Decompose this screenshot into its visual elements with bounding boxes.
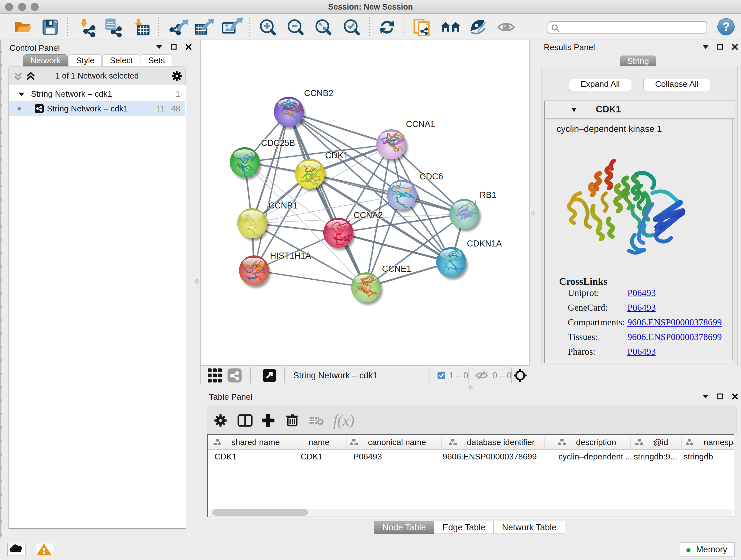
svg-text:database identifier: database identifier bbox=[467, 437, 535, 447]
svg-text:CDC25B: CDC25B bbox=[261, 138, 295, 148]
svg-text:namespace: namespace bbox=[704, 437, 734, 447]
svg-text:description: description bbox=[576, 437, 616, 447]
svg-text:shared name: shared name bbox=[231, 437, 280, 447]
svg-text:canonical name: canonical name bbox=[368, 437, 426, 447]
svg-text:1 – 0: 1 – 0 bbox=[449, 371, 468, 380]
svg-text:CCNA1: CCNA1 bbox=[406, 119, 435, 129]
svg-text:CDC6: CDC6 bbox=[420, 172, 443, 181]
svg-text:0 – 0: 0 – 0 bbox=[492, 371, 512, 380]
svg-text:name: name bbox=[309, 437, 329, 447]
svg-text:CCNE1: CCNE1 bbox=[382, 264, 411, 273]
svg-text:@id: @id bbox=[653, 437, 668, 447]
svg-text:CDKN1A: CDKN1A bbox=[467, 239, 502, 248]
svg-text:CCNB2: CCNB2 bbox=[304, 88, 333, 98]
svg-text:RB1: RB1 bbox=[480, 190, 496, 200]
svg-text:CDK1: CDK1 bbox=[325, 151, 348, 160]
svg-text:HIST1H1A: HIST1H1A bbox=[270, 251, 311, 260]
svg-text:CCNB1: CCNB1 bbox=[268, 201, 298, 210]
svg-text:String Network – cdk1: String Network – cdk1 bbox=[293, 371, 378, 380]
svg-text:f(x): f(x) bbox=[333, 412, 354, 429]
svg-text:CCNA2: CCNA2 bbox=[354, 210, 383, 220]
